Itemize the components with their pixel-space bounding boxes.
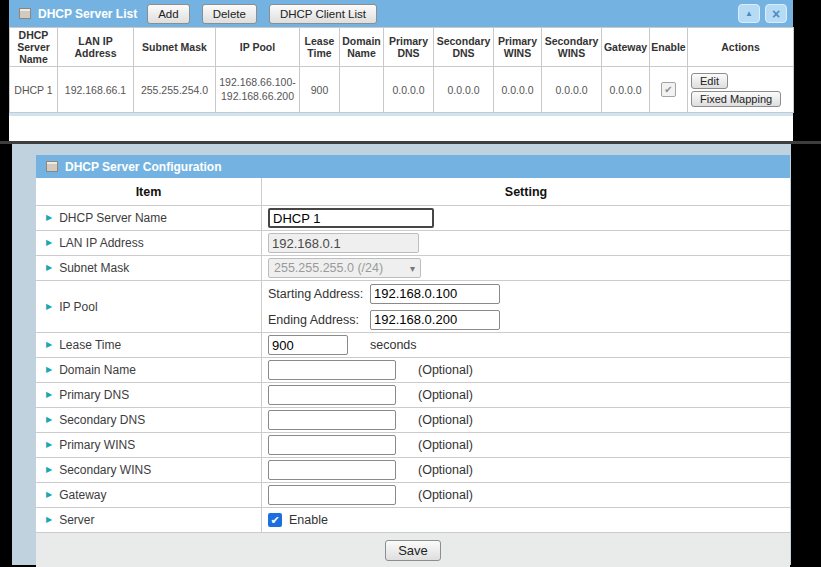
column-header-lease-time: Lease Time <box>300 28 340 67</box>
bullet-arrow-icon: ▶ <box>46 366 52 374</box>
cell-primary-wins: 0.0.0.0 <box>494 67 542 113</box>
item-column-header: Item <box>36 178 262 205</box>
optional-note: (Optional) <box>418 438 473 452</box>
panel-icon <box>46 161 58 172</box>
dhcp-list-header-bar: DHCP Server List Add Delete DHCP Client … <box>9 0 793 27</box>
row-label: DHCP Server Name <box>59 211 167 225</box>
row-label: Domain Name <box>59 363 136 377</box>
chevron-down-icon: ▾ <box>410 263 415 274</box>
bullet-arrow-icon: ▶ <box>46 516 52 524</box>
config-columns-header: Item Setting <box>36 178 790 206</box>
bullet-arrow-icon: ▶ <box>46 341 52 349</box>
optional-note: (Optional) <box>418 488 473 502</box>
config-row-secondary-dns: ▶Secondary DNS (Optional) <box>36 408 790 433</box>
cell-enable: ✔ <box>650 67 688 113</box>
window-title: DHCP Server List <box>38 7 137 21</box>
server-enable-label: Enable <box>289 513 328 527</box>
starting-address-label: Starting Address: <box>268 287 370 301</box>
optional-note: (Optional) <box>418 388 473 402</box>
column-header-gateway: Gateway <box>602 28 650 67</box>
optional-note: (Optional) <box>418 463 473 477</box>
row-label: LAN IP Address <box>59 236 144 250</box>
primary-dns-input[interactable] <box>268 385 396 405</box>
row-label: IP Pool <box>59 300 97 314</box>
row-label: Subnet Mask <box>59 261 129 275</box>
column-header-primary-wins: Primary WINS <box>494 28 542 67</box>
config-row-primary-wins: ▶Primary WINS (Optional) <box>36 433 790 458</box>
page-background: DHCP Server Configuration Item Setting ▶… <box>12 144 791 565</box>
config-row-primary-dns: ▶Primary DNS (Optional) <box>36 383 790 408</box>
ip-pool-line1: 192.168.66.100- <box>217 76 298 90</box>
domain-name-input[interactable] <box>268 360 396 380</box>
column-header-enable: Enable <box>650 28 688 67</box>
bullet-arrow-icon: ▶ <box>46 466 52 474</box>
cell-primary-dns: 0.0.0.0 <box>384 67 434 113</box>
close-icon: × <box>772 7 780 21</box>
save-button[interactable]: Save <box>385 540 441 561</box>
cell-domain-name <box>340 67 384 113</box>
edit-button[interactable]: Edit <box>691 73 728 89</box>
row-label: Secondary DNS <box>59 413 145 427</box>
column-header-lan-ip-address: LAN IP Address <box>58 28 134 67</box>
column-header-secondary-dns: Secondary DNS <box>434 28 494 67</box>
row-label: Primary DNS <box>59 388 129 402</box>
dhcp-client-list-button[interactable]: DHCP Client List <box>269 4 377 24</box>
add-button[interactable]: Add <box>147 4 189 24</box>
row-label: Secondary WINS <box>59 463 151 477</box>
primary-wins-input[interactable] <box>268 435 396 455</box>
dhcp-server-list-table: DHCP Server NameLAN IP AddressSubnet Mas… <box>9 27 794 113</box>
secondary-dns-input[interactable] <box>268 410 396 430</box>
close-button[interactable]: × <box>765 4 787 23</box>
dhcp-config-panel: DHCP Server Configuration Item Setting ▶… <box>36 155 790 567</box>
column-header-primary-dns: Primary DNS <box>384 28 434 67</box>
column-header-ip-pool: IP Pool <box>216 28 300 67</box>
bullet-arrow-icon: ▶ <box>46 491 52 499</box>
config-row-lease-time: ▶Lease Time seconds <box>36 333 790 358</box>
setting-column-header: Setting <box>262 185 790 199</box>
cell-subnet-mask: 255.255.254.0 <box>134 67 216 113</box>
row-label: Primary WINS <box>59 438 135 452</box>
ip-pool-end-line: Ending Address: <box>268 307 500 333</box>
server-enable-checkbox[interactable]: ✔ <box>268 513 282 527</box>
fixed-mapping-button[interactable]: Fixed Mapping <box>691 91 781 107</box>
row-label: Lease Time <box>59 338 121 352</box>
bullet-arrow-icon: ▶ <box>46 214 52 222</box>
cell-secondary-wins: 0.0.0.0 <box>542 67 602 113</box>
column-header-secondary-wins: Secondary WINS <box>542 28 602 67</box>
table-row: DHCP 1 192.168.66.1 255.255.254.0 192.16… <box>10 67 794 113</box>
config-row-secondary-wins: ▶Secondary WINS (Optional) <box>36 458 790 483</box>
cell-secondary-dns: 0.0.0.0 <box>434 67 494 113</box>
ending-address-input[interactable] <box>370 310 500 330</box>
list-header-row: DHCP Server NameLAN IP AddressSubnet Mas… <box>10 28 794 67</box>
row-label: Server <box>59 513 94 527</box>
config-title: DHCP Server Configuration <box>65 160 221 174</box>
ip-pool-start-line: Starting Address: <box>268 281 500 307</box>
bullet-arrow-icon: ▶ <box>46 416 52 424</box>
lease-time-input[interactable] <box>268 335 348 355</box>
config-row-subnet-mask: ▶Subnet Mask 255.255.255.0 (/24) ▾ <box>36 256 790 281</box>
optional-note: (Optional) <box>418 363 473 377</box>
window-bottom-edge <box>9 113 793 116</box>
dhcp-server-list-window: DHCP Server List Add Delete DHCP Client … <box>9 0 793 141</box>
optional-note: (Optional) <box>418 413 473 427</box>
bullet-arrow-icon: ▶ <box>46 303 52 311</box>
row-label: Gateway <box>59 488 106 502</box>
secondary-wins-input[interactable] <box>268 460 396 480</box>
screenshot-root: DHCP Server List Add Delete DHCP Client … <box>0 0 821 567</box>
ending-address-label: Ending Address: <box>268 313 370 327</box>
config-header-bar: DHCP Server Configuration <box>36 155 790 178</box>
cell-actions: Edit Fixed Mapping <box>688 67 794 113</box>
subnet-mask-select: 255.255.255.0 (/24) ▾ <box>268 258 421 278</box>
check-icon: ✔ <box>270 514 279 526</box>
lease-time-unit: seconds <box>370 338 417 352</box>
gateway-input[interactable] <box>268 485 396 505</box>
delete-button[interactable]: Delete <box>202 4 257 24</box>
column-header-domain-name: Domain Name <box>340 28 384 67</box>
bullet-arrow-icon: ▶ <box>46 391 52 399</box>
collapse-icon: ▲ <box>745 10 753 18</box>
starting-address-input[interactable] <box>370 284 500 304</box>
ip-pool-line2: 192.168.66.200 <box>217 90 298 104</box>
collapse-button[interactable]: ▲ <box>738 4 760 23</box>
dhcp-server-name-input[interactable] <box>268 208 434 228</box>
lan-ip-input <box>268 233 419 253</box>
